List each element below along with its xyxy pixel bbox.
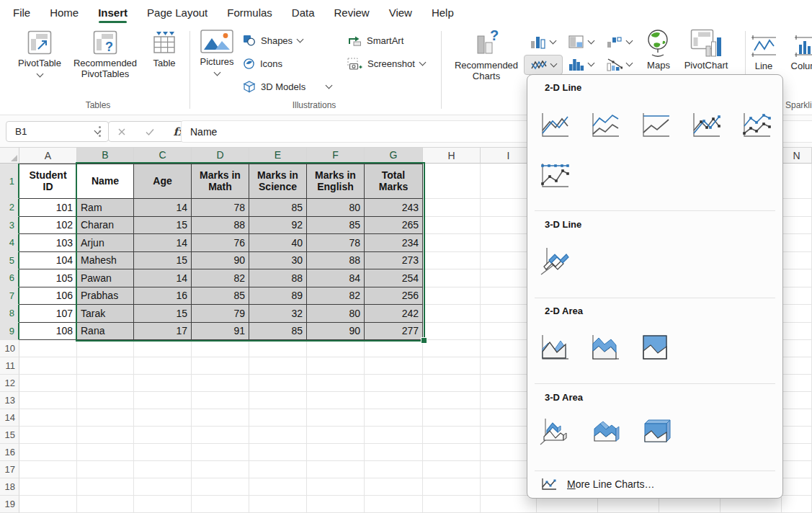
cell-C14[interactable] bbox=[134, 409, 192, 427]
cell-C7[interactable]: 16 bbox=[134, 287, 192, 305]
maps-button[interactable]: Maps bbox=[640, 29, 677, 71]
cell-D12[interactable] bbox=[192, 375, 249, 392]
row-header-6[interactable]: 6 bbox=[0, 269, 19, 287]
cell-G7[interactable]: 256 bbox=[365, 287, 423, 305]
insert-waterfall-chart-button[interactable] bbox=[600, 32, 638, 51]
cell-B12[interactable] bbox=[77, 375, 134, 392]
cell-C18[interactable] bbox=[134, 478, 192, 496]
cell-H12[interactable] bbox=[423, 375, 481, 392]
menu-tab-page-layout[interactable]: Page Layout bbox=[147, 0, 208, 25]
cell-H19[interactable] bbox=[423, 496, 481, 513]
cell-H6[interactable] bbox=[423, 269, 481, 287]
cell-B9[interactable]: Rana bbox=[77, 323, 134, 341]
cell-H10[interactable] bbox=[423, 340, 481, 357]
chart-type-3d-line[interactable] bbox=[533, 241, 576, 281]
cell-F9[interactable]: 90 bbox=[307, 323, 365, 341]
cell-C10[interactable] bbox=[134, 340, 192, 357]
cell-D1[interactable]: Marks in Math bbox=[192, 164, 249, 199]
cell-N15[interactable] bbox=[782, 427, 812, 444]
cell-A6[interactable]: 105 bbox=[19, 269, 77, 287]
cell-A11[interactable] bbox=[19, 357, 77, 375]
row-header-15[interactable]: 15 bbox=[0, 427, 19, 444]
cell-E14[interactable] bbox=[249, 409, 307, 427]
menu-tab-formulas[interactable]: Formulas bbox=[227, 0, 272, 25]
cell-E13[interactable] bbox=[249, 392, 307, 409]
row-header-4[interactable]: 4 bbox=[0, 234, 19, 252]
cell-H9[interactable] bbox=[423, 323, 481, 341]
cell-B7[interactable]: Prabhas bbox=[77, 287, 134, 305]
insert-hierarchy-chart-button[interactable] bbox=[562, 32, 599, 51]
cell-B4[interactable]: Arjun bbox=[77, 234, 134, 252]
cell-A9[interactable]: 108 bbox=[19, 323, 77, 341]
cell-H4[interactable] bbox=[423, 234, 481, 252]
chart-type-area[interactable] bbox=[533, 327, 576, 367]
cell-B5[interactable]: Mahesh bbox=[77, 252, 134, 270]
3d-models-button[interactable]: 3D Models bbox=[243, 79, 331, 94]
column-header-E[interactable]: E bbox=[249, 148, 307, 164]
cell-B8[interactable]: Tarak bbox=[77, 305, 134, 323]
cell-F12[interactable] bbox=[307, 375, 365, 392]
row-header-3[interactable]: 3 bbox=[0, 217, 19, 235]
cell-E8[interactable]: 32 bbox=[249, 305, 307, 323]
menu-tab-help[interactable]: Help bbox=[432, 0, 454, 25]
cell-E17[interactable] bbox=[249, 461, 307, 478]
cell-B14[interactable] bbox=[77, 409, 134, 427]
recommended-charts-button[interactable]: ? Recommended Charts bbox=[448, 29, 525, 81]
cell-C9[interactable]: 17 bbox=[134, 323, 192, 341]
row-header-5[interactable]: 5 bbox=[0, 252, 19, 270]
cell-E7[interactable]: 89 bbox=[249, 287, 307, 305]
cell-N10[interactable] bbox=[782, 340, 812, 357]
pivottable-button[interactable]: PivotTable bbox=[12, 30, 68, 76]
cell-G9[interactable]: 277 bbox=[365, 323, 423, 341]
cell-H14[interactable] bbox=[423, 409, 481, 427]
cell-B15[interactable] bbox=[77, 427, 134, 444]
menu-tab-data[interactable]: Data bbox=[292, 0, 315, 25]
cell-D4[interactable]: 76 bbox=[192, 234, 249, 252]
cell-H13[interactable] bbox=[423, 392, 481, 409]
menu-tab-insert[interactable]: Insert bbox=[98, 0, 128, 25]
cell-N18[interactable] bbox=[782, 478, 812, 496]
column-header-F[interactable]: F bbox=[307, 148, 365, 164]
cell-A14[interactable] bbox=[19, 409, 77, 427]
cell-D3[interactable]: 88 bbox=[192, 217, 249, 235]
row-header-14[interactable]: 14 bbox=[0, 409, 19, 427]
cell-B10[interactable] bbox=[77, 340, 134, 357]
cell-D17[interactable] bbox=[192, 461, 249, 478]
cell-G2[interactable]: 243 bbox=[365, 199, 423, 217]
smartart-button[interactable]: SmartArt bbox=[347, 32, 403, 48]
cell-F19[interactable] bbox=[307, 496, 365, 513]
cell-D14[interactable] bbox=[192, 409, 249, 427]
cell-N2[interactable] bbox=[782, 199, 812, 217]
cell-I19[interactable] bbox=[481, 496, 537, 513]
cell-E4[interactable]: 40 bbox=[249, 234, 307, 252]
cell-C8[interactable]: 15 bbox=[134, 305, 192, 323]
cell-H17[interactable] bbox=[423, 461, 481, 478]
cell-E18[interactable] bbox=[249, 478, 307, 496]
chart-type-3d-100-stacked-area[interactable] bbox=[634, 412, 677, 452]
cell-N16[interactable] bbox=[782, 444, 812, 461]
cell-H2[interactable] bbox=[423, 199, 481, 217]
cell-F4[interactable]: 78 bbox=[307, 234, 365, 252]
cell-N11[interactable] bbox=[782, 357, 812, 375]
cell-A13[interactable] bbox=[19, 392, 77, 409]
cell-F14[interactable] bbox=[307, 409, 365, 427]
menu-tab-home[interactable]: Home bbox=[50, 0, 79, 25]
column-header-B[interactable]: B bbox=[77, 148, 134, 164]
cell-B3[interactable]: Charan bbox=[77, 217, 134, 235]
cell-C13[interactable] bbox=[134, 392, 192, 409]
row-header-7[interactable]: 7 bbox=[0, 287, 19, 305]
cell-B19[interactable] bbox=[77, 496, 134, 513]
cell-D10[interactable] bbox=[192, 340, 249, 357]
cell-A4[interactable]: 103 bbox=[19, 234, 77, 252]
cell-F8[interactable]: 80 bbox=[307, 305, 365, 323]
cell-E19[interactable] bbox=[249, 496, 307, 513]
cell-D2[interactable]: 78 bbox=[192, 199, 249, 217]
chart-type-stacked-line-with-markers[interactable] bbox=[735, 105, 778, 146]
cell-F3[interactable]: 85 bbox=[307, 217, 365, 235]
cell-D13[interactable] bbox=[192, 392, 249, 409]
cell-H11[interactable] bbox=[423, 357, 481, 375]
cell-C12[interactable] bbox=[134, 375, 192, 392]
insert-statistic-chart-button[interactable] bbox=[562, 55, 599, 73]
cell-F10[interactable] bbox=[307, 340, 365, 357]
chart-type-3d-area[interactable] bbox=[533, 412, 576, 452]
